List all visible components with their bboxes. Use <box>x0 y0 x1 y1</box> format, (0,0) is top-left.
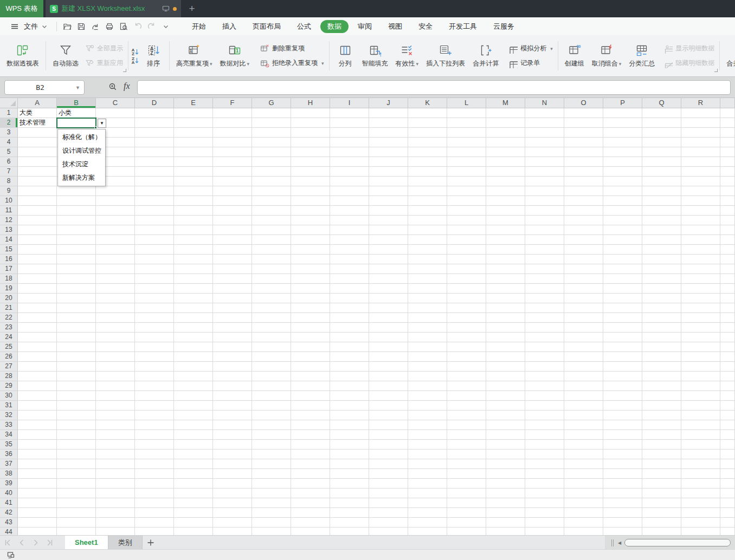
cell-L13[interactable] <box>447 225 486 235</box>
cell-A40[interactable] <box>18 489 57 498</box>
cell-F22[interactable] <box>213 313 252 323</box>
cell-P33[interactable] <box>603 420 642 430</box>
cell-E12[interactable] <box>174 216 213 225</box>
cell-F11[interactable] <box>213 206 252 216</box>
row-header-31[interactable]: 31 <box>0 401 18 411</box>
cell-R25[interactable] <box>681 342 720 352</box>
print-preview-icon[interactable] <box>117 20 131 33</box>
cell-N13[interactable] <box>525 225 564 235</box>
cell-E29[interactable] <box>174 381 213 391</box>
cell-N8[interactable] <box>525 177 564 186</box>
cell-J11[interactable] <box>369 206 408 216</box>
cell-B9[interactable] <box>57 186 96 196</box>
cell-H29[interactable] <box>291 381 330 391</box>
cell-M3[interactable] <box>486 128 525 138</box>
cell-G18[interactable] <box>252 274 291 284</box>
cell-R23[interactable] <box>681 323 720 333</box>
cell-L10[interactable] <box>447 196 486 206</box>
cell-H3[interactable] <box>291 128 330 138</box>
cell-B18[interactable] <box>57 274 96 284</box>
cell-J21[interactable] <box>369 303 408 313</box>
column-header-I[interactable]: I <box>330 98 369 108</box>
cell-O34[interactable] <box>564 430 603 440</box>
cell-G35[interactable] <box>252 440 291 450</box>
cell-Q4[interactable] <box>642 138 681 147</box>
cell-M21[interactable] <box>486 303 525 313</box>
cell-I35[interactable] <box>330 440 369 450</box>
cell-E30[interactable] <box>174 391 213 401</box>
cell-L44[interactable] <box>447 528 486 535</box>
cell-H12[interactable] <box>291 216 330 225</box>
cell-partial[interactable] <box>720 469 735 479</box>
cell-K4[interactable] <box>408 138 447 147</box>
column-header-J[interactable]: J <box>369 98 408 108</box>
cell-P2[interactable] <box>603 118 642 128</box>
sheet-tab-类别[interactable]: 类别 <box>108 536 143 549</box>
horizontal-scrollbar-thumb[interactable] <box>624 539 731 546</box>
cell-E38[interactable] <box>174 469 213 479</box>
cell-O24[interactable] <box>564 333 603 342</box>
cell-O38[interactable] <box>564 469 603 479</box>
cell-C26[interactable] <box>96 352 135 362</box>
menu-tab-开始[interactable]: 开始 <box>185 20 213 33</box>
cell-K25[interactable] <box>408 342 447 352</box>
cell-partial[interactable] <box>720 284 735 294</box>
cell-J33[interactable] <box>369 420 408 430</box>
cell-R32[interactable] <box>681 411 720 420</box>
cell-D6[interactable] <box>135 157 174 167</box>
cell-N7[interactable] <box>525 167 564 177</box>
cell-O32[interactable] <box>564 411 603 420</box>
cell-E17[interactable] <box>174 264 213 274</box>
cell-M38[interactable] <box>486 469 525 479</box>
cell-K6[interactable] <box>408 157 447 167</box>
cell-J44[interactable] <box>369 528 408 535</box>
cell-H20[interactable] <box>291 294 330 303</box>
cell-R5[interactable] <box>681 147 720 157</box>
name-box-chevron-icon[interactable]: ▼ <box>75 85 84 90</box>
cell-O44[interactable] <box>564 528 603 535</box>
cell-R36[interactable] <box>681 450 720 459</box>
cell-G26[interactable] <box>252 352 291 362</box>
cell-L39[interactable] <box>447 479 486 489</box>
cell-A10[interactable] <box>18 196 57 206</box>
cell-partial[interactable] <box>720 108 735 118</box>
cell-Q19[interactable] <box>642 284 681 294</box>
cell-L18[interactable] <box>447 274 486 284</box>
cell-J6[interactable] <box>369 157 408 167</box>
cell-O6[interactable] <box>564 157 603 167</box>
cell-D35[interactable] <box>135 440 174 450</box>
cell-M20[interactable] <box>486 294 525 303</box>
cell-K12[interactable] <box>408 216 447 225</box>
cell-L2[interactable] <box>447 118 486 128</box>
cell-Q29[interactable] <box>642 381 681 391</box>
cell-D25[interactable] <box>135 342 174 352</box>
cell-J16[interactable] <box>369 255 408 264</box>
row-header-24[interactable]: 24 <box>0 333 18 342</box>
cell-M9[interactable] <box>486 186 525 196</box>
cell-I16[interactable] <box>330 255 369 264</box>
pivot-table-button[interactable]: 数据透视表 <box>3 41 43 70</box>
cell-D22[interactable] <box>135 313 174 323</box>
delete-duplicates-button[interactable]: ✕ 删除重复项 <box>257 43 326 54</box>
cell-R27[interactable] <box>681 362 720 372</box>
column-header-D[interactable]: D <box>135 98 174 108</box>
cell-L19[interactable] <box>447 284 486 294</box>
cell-O20[interactable] <box>564 294 603 303</box>
cell-B35[interactable] <box>57 440 96 450</box>
cell-L24[interactable] <box>447 333 486 342</box>
cell-G14[interactable] <box>252 235 291 245</box>
cell-D13[interactable] <box>135 225 174 235</box>
row-header-19[interactable]: 19 <box>0 284 18 294</box>
cell-G12[interactable] <box>252 216 291 225</box>
cell-G9[interactable] <box>252 186 291 196</box>
cell-D43[interactable] <box>135 518 174 528</box>
cell-Q23[interactable] <box>642 323 681 333</box>
cell-A29[interactable] <box>18 381 57 391</box>
cell-G20[interactable] <box>252 294 291 303</box>
cell-R34[interactable] <box>681 430 720 440</box>
row-header-38[interactable]: 38 <box>0 469 18 479</box>
cell-G5[interactable] <box>252 147 291 157</box>
dialog-launcher-icon[interactable] <box>123 69 126 72</box>
cell-M37[interactable] <box>486 459 525 469</box>
cell-F6[interactable] <box>213 157 252 167</box>
